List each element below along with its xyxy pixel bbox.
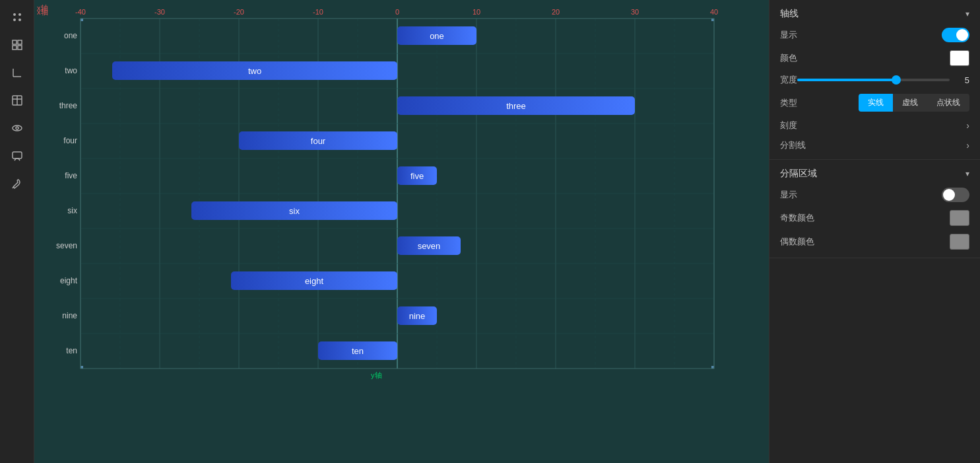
- svg-text:six: six: [67, 206, 77, 215]
- svg-point-2: [13, 18, 16, 21]
- zone-show-row: 显示: [780, 188, 969, 202]
- svg-text:six: six: [289, 206, 300, 216]
- svg-rect-78: [711, 366, 714, 369]
- svg-text:-30: -30: [154, 8, 165, 16]
- divider-row[interactable]: 分割线 ›: [780, 139, 969, 151]
- svg-text:four: four: [63, 136, 77, 145]
- axis-section-header[interactable]: 轴线 ▾: [780, 8, 969, 20]
- slider-container: 5: [797, 75, 969, 85]
- right-panel: 轴线 ▾ 显示 颜色 宽度 5: [769, 0, 980, 463]
- even-color-row: 偶数颜色: [780, 234, 969, 250]
- zone-show-toggle[interactable]: [942, 188, 969, 202]
- type-buttons: 实线 虚线 点状线: [859, 94, 969, 112]
- svg-rect-15: [13, 152, 22, 159]
- svg-point-1: [18, 13, 21, 16]
- svg-text:two: two: [248, 66, 261, 76]
- show-row: 显示: [780, 28, 969, 42]
- type-dotted[interactable]: 点状线: [927, 94, 969, 112]
- svg-text:eight: eight: [60, 276, 78, 285]
- show-toggle-knob: [956, 29, 968, 41]
- divider-label: 分割线: [780, 139, 806, 151]
- chat-icon[interactable]: [5, 144, 29, 168]
- odd-color-row: 奇数颜色: [780, 210, 969, 226]
- svg-text:five: five: [410, 171, 424, 181]
- scale-arrow: ›: [966, 120, 969, 131]
- width-row: 宽度 5: [780, 74, 969, 86]
- svg-rect-7: [18, 46, 22, 50]
- svg-rect-5: [18, 40, 22, 44]
- icon-sidebar: [0, 0, 34, 463]
- svg-text:10: 10: [473, 8, 480, 16]
- svg-text:x轴: x轴: [37, 8, 48, 16]
- svg-point-0: [13, 13, 16, 16]
- svg-text:-40: -40: [75, 8, 86, 16]
- slider-thumb[interactable]: [892, 75, 901, 85]
- slider-fill: [797, 79, 896, 81]
- svg-text:ten: ten: [66, 346, 77, 355]
- show-label: 显示: [780, 29, 797, 41]
- grid-icon[interactable]: [5, 33, 29, 57]
- svg-text:three: three: [59, 101, 78, 110]
- group-icon[interactable]: [5, 5, 29, 29]
- zone-section-title: 分隔区域: [780, 168, 817, 180]
- svg-text:four: four: [311, 136, 326, 146]
- table-icon[interactable]: [5, 89, 29, 112]
- svg-text:nine: nine: [409, 311, 426, 321]
- chart-svg: -40 -30 -20 -10 0 10 20 30 40 x轴 one two…: [34, 0, 769, 463]
- svg-text:0: 0: [395, 8, 399, 16]
- svg-rect-76: [711, 18, 714, 21]
- type-label: 类型: [780, 97, 797, 109]
- even-color-swatch[interactable]: [950, 234, 969, 250]
- svg-text:one: one: [64, 31, 77, 40]
- scale-row[interactable]: 刻度 ›: [780, 120, 969, 131]
- svg-text:two: two: [65, 66, 77, 75]
- slider-track[interactable]: [797, 79, 950, 81]
- svg-rect-6: [13, 46, 16, 50]
- zone-toggle-knob: [943, 189, 955, 201]
- svg-text:y轴: y轴: [371, 371, 382, 379]
- axis-chevron-down: ▾: [965, 9, 969, 18]
- zone-section-header[interactable]: 分隔区域 ▾: [780, 168, 969, 180]
- svg-text:seven: seven: [56, 241, 77, 250]
- svg-text:40: 40: [710, 8, 718, 16]
- eye-icon[interactable]: [5, 116, 29, 140]
- svg-point-13: [13, 125, 22, 131]
- divider-arrow: ›: [966, 140, 969, 151]
- type-dashed[interactable]: 虚线: [893, 94, 927, 112]
- svg-rect-75: [81, 18, 83, 21]
- svg-text:-20: -20: [234, 8, 244, 16]
- svg-text:ten: ten: [352, 346, 364, 356]
- axis-section: 轴线 ▾ 显示 颜色 宽度 5: [769, 0, 980, 160]
- svg-text:one: one: [430, 31, 444, 41]
- odd-color-swatch[interactable]: [950, 210, 969, 226]
- svg-point-14: [16, 127, 18, 129]
- svg-text:eight: eight: [305, 276, 324, 286]
- svg-text:seven: seven: [418, 241, 441, 251]
- odd-color-label: 奇数颜色: [780, 212, 814, 224]
- svg-text:five: five: [65, 171, 77, 180]
- chart-area: x轴: [34, 0, 769, 463]
- axis-icon[interactable]: [5, 61, 29, 85]
- type-solid[interactable]: 实线: [859, 94, 893, 112]
- zone-chevron-down: ▾: [965, 169, 969, 178]
- svg-text:30: 30: [631, 8, 639, 16]
- svg-point-3: [18, 18, 21, 21]
- show-toggle[interactable]: [942, 28, 969, 42]
- type-row: 类型 实线 虚线 点状线: [780, 94, 969, 112]
- color-swatch[interactable]: [950, 50, 969, 66]
- svg-rect-77: [81, 366, 83, 369]
- zone-show-label: 显示: [780, 189, 797, 201]
- color-label: 颜色: [780, 52, 797, 64]
- width-value: 5: [956, 75, 969, 85]
- svg-text:-10: -10: [313, 8, 323, 16]
- svg-text:20: 20: [552, 8, 560, 16]
- even-color-label: 偶数颜色: [780, 236, 814, 248]
- tools-icon[interactable]: [5, 172, 29, 196]
- color-row: 颜色: [780, 50, 969, 66]
- zone-section: 分隔区域 ▾ 显示 奇数颜色 偶数颜色: [769, 160, 980, 258]
- svg-text:nine: nine: [62, 311, 77, 320]
- axis-section-title: 轴线: [780, 8, 799, 20]
- scale-label: 刻度: [780, 120, 797, 131]
- svg-rect-4: [13, 40, 16, 44]
- width-label: 宽度: [780, 74, 797, 86]
